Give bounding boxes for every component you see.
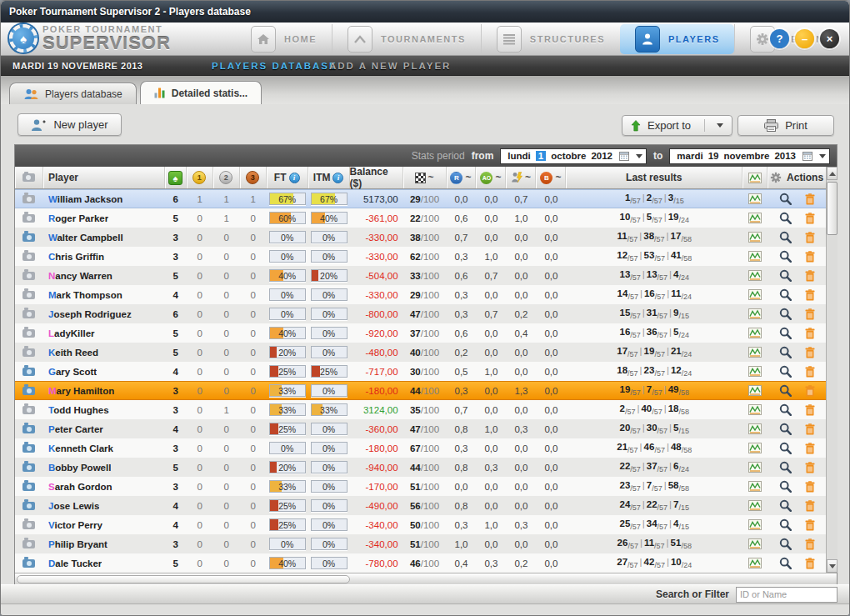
chevron-down-icon[interactable]	[819, 154, 826, 158]
player-graph-button[interactable]	[742, 496, 768, 515]
search-input[interactable]	[736, 587, 838, 603]
column-knockout-avg[interactable]: ~	[506, 167, 536, 188]
calendar-icon[interactable]	[802, 151, 812, 161]
view-details-button[interactable]	[779, 423, 792, 435]
delete-button[interactable]	[805, 347, 815, 358]
table-row[interactable]: Victor Perry 4 0 0 0 25% 0% -340,00 50/1…	[15, 515, 826, 534]
info-icon[interactable]: i	[289, 173, 300, 183]
player-graph-button[interactable]	[742, 382, 768, 399]
table-row[interactable]: Roger Parker 5 0 1 0 60% 40% -361,00 22/…	[15, 208, 826, 228]
view-details-button[interactable]	[779, 518, 792, 531]
view-details-button[interactable]	[779, 384, 792, 397]
table-row[interactable]: Mark Thompson 4 0 0 0 0% 0% -330,00 29/1…	[15, 285, 826, 304]
player-graph-button[interactable]	[742, 343, 768, 362]
help-button[interactable]: ?	[770, 29, 789, 48]
column-final-table[interactable]: FTi	[267, 167, 308, 188]
view-details-button[interactable]	[779, 250, 792, 263]
view-details-button[interactable]	[779, 538, 792, 550]
date-to-field[interactable]: mardi 19 novembre 2013	[669, 148, 830, 164]
delete-button[interactable]	[805, 251, 815, 263]
table-row[interactable]: Kenneth Clark 3 0 0 0 0% 0% -180,00 67/1…	[15, 438, 826, 458]
player-graph-button[interactable]	[742, 323, 768, 343]
delete-button[interactable]	[805, 404, 815, 416]
column-graph[interactable]	[742, 167, 768, 188]
view-details-button[interactable]	[779, 346, 792, 358]
delete-button[interactable]	[805, 500, 815, 512]
player-graph-button[interactable]	[742, 190, 768, 208]
player-graph-button[interactable]	[742, 515, 768, 534]
delete-button[interactable]	[805, 538, 815, 550]
player-graph-button[interactable]	[742, 458, 768, 477]
nav-item-tournaments[interactable]: TOURNAMENTS	[332, 24, 481, 54]
scroll-up-button[interactable]	[827, 167, 838, 180]
selected-date-segment[interactable]: 1	[536, 151, 546, 161]
nav-item-players[interactable]: PLAYERS	[620, 24, 734, 54]
table-row[interactable]: Gary Scott 4 0 0 0 25% 25% -717,00 30/10…	[15, 362, 826, 381]
player-graph-button[interactable]	[742, 208, 768, 228]
delete-button[interactable]	[805, 519, 815, 531]
delete-button[interactable]	[805, 366, 815, 378]
view-details-button[interactable]	[779, 288, 792, 301]
player-graph-button[interactable]	[742, 438, 768, 458]
table-row[interactable]: Joseph Rodriguez 6 0 0 0 0% 0% -800,00 4…	[15, 304, 826, 323]
scrollbar-thumb[interactable]	[827, 182, 838, 235]
scrollbar-thumb[interactable]	[17, 575, 350, 583]
column-rebuy-avg[interactable]: R~	[447, 167, 477, 188]
column-first-places[interactable]: 1	[187, 167, 213, 188]
player-graph-button[interactable]	[742, 534, 768, 553]
column-third-places[interactable]: 3	[240, 167, 267, 188]
tab-players-database[interactable]: Players database	[9, 83, 137, 104]
table-row[interactable]: Nancy Warren 5 0 0 0 40% 20% -504,00 33/…	[15, 266, 826, 285]
column-second-places[interactable]: 2	[213, 167, 240, 188]
delete-button[interactable]	[805, 289, 815, 301]
table-row[interactable]: Chris Griffin 3 0 0 0 0% 0% -330,00 62/1…	[15, 247, 826, 266]
scroll-down-button[interactable]	[827, 559, 838, 573]
player-graph-button[interactable]	[742, 400, 768, 419]
delete-button[interactable]	[805, 328, 815, 339]
tab-detailed-stats[interactable]: Detailed statis...	[140, 81, 262, 104]
view-details-button[interactable]	[779, 461, 792, 473]
column-photo[interactable]	[15, 167, 43, 188]
table-row[interactable]: Keith Reed 5 0 0 0 20% 0% -480,00 40/100…	[15, 343, 826, 362]
view-details-button[interactable]	[779, 480, 792, 493]
player-graph-button[interactable]	[742, 304, 768, 323]
delete-button[interactable]	[805, 213, 815, 224]
view-details-button[interactable]	[779, 365, 792, 378]
table-row[interactable]: Sarah Gordon 3 0 0 0 33% 0% -170,00 51/1…	[15, 477, 826, 496]
table-row[interactable]: Bobby Powell 5 0 0 0 20% 0% -940,00 44/1…	[15, 458, 826, 477]
delete-button[interactable]	[805, 232, 815, 243]
column-games[interactable]: ♠	[165, 167, 187, 188]
column-avg-finish[interactable]: ~	[403, 167, 447, 188]
player-graph-button[interactable]	[742, 362, 768, 381]
delete-button[interactable]	[805, 443, 815, 454]
horizontal-scrollbar[interactable]	[15, 573, 837, 584]
subnav-add-new-player[interactable]: ADD A NEW PLAYER	[329, 61, 451, 71]
view-details-button[interactable]	[779, 442, 792, 454]
column-player[interactable]: Player	[43, 167, 165, 188]
view-details-button[interactable]	[779, 231, 792, 243]
view-details-button[interactable]	[779, 557, 792, 569]
player-graph-button[interactable]	[742, 477, 768, 496]
player-graph-button[interactable]	[742, 247, 768, 266]
player-graph-button[interactable]	[742, 553, 768, 573]
table-row[interactable]: LadyKiller 5 0 0 0 40% 0% -920,00 37/100…	[15, 323, 826, 343]
delete-button[interactable]	[805, 385, 815, 397]
vertical-scrollbar[interactable]	[826, 167, 838, 573]
delete-button[interactable]	[805, 558, 815, 569]
table-row[interactable]: Mary Hamilton 3 0 0 0 33% 0% -180,00 44/…	[15, 381, 826, 400]
nav-item-structures[interactable]: STRUCTURES	[481, 24, 620, 54]
player-graph-button[interactable]	[742, 266, 768, 285]
info-icon[interactable]: i	[332, 173, 343, 183]
delete-button[interactable]	[805, 423, 815, 435]
nav-item-home[interactable]: HOME	[236, 24, 332, 54]
table-row[interactable]: William Jackson 6 1 1 1 67% 67% 5173,00 …	[15, 189, 826, 208]
column-actions[interactable]: Actions	[768, 167, 826, 188]
table-row[interactable]: Peter Carter 4 0 0 0 25% 0% -360,00 47/1…	[15, 419, 826, 438]
table-row[interactable]: Todd Hughes 3 0 1 0 33% 33% 3124,00 35/1…	[15, 400, 826, 419]
delete-button[interactable]	[805, 308, 815, 320]
new-player-button[interactable]: New player	[18, 113, 122, 136]
subnav-players-database[interactable]: PLAYERS DATABASE	[212, 61, 338, 71]
table-row[interactable]: Dale Tucker 5 0 0 0 40% 0% -780,00 46/10…	[15, 553, 826, 573]
table-row[interactable]: Philip Bryant 3 0 0 0 0% 0% -340,00 51/1…	[15, 534, 826, 553]
view-details-button[interactable]	[779, 193, 792, 205]
